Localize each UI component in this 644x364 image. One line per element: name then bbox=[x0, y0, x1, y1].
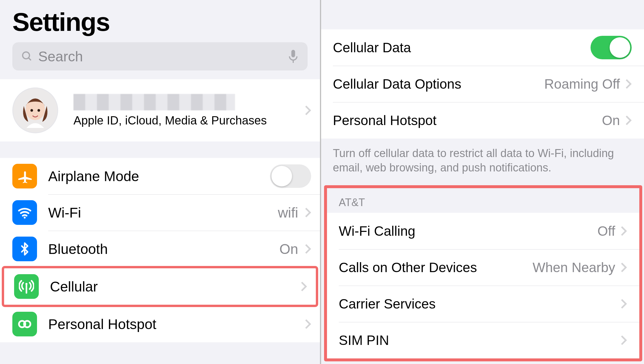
cellular-data-options-label: Cellular Data Options bbox=[333, 76, 544, 92]
apple-id-row[interactable]: Apple ID, iCloud, Media & Purchases bbox=[0, 79, 320, 141]
svg-rect-2 bbox=[291, 50, 295, 57]
microphone-icon[interactable] bbox=[288, 49, 299, 64]
airplane-mode-row[interactable]: Airplane Mode bbox=[0, 158, 320, 194]
cellular-label: Cellular bbox=[50, 279, 299, 295]
personal-hotspot-row[interactable]: Personal Hotspot bbox=[0, 306, 320, 342]
cellular-footer-note: Turn off cellular data to restrict all d… bbox=[321, 139, 644, 185]
calls-on-other-devices-row[interactable]: Calls on Other Devices When Nearby bbox=[327, 249, 639, 286]
svg-point-10 bbox=[26, 283, 28, 285]
svg-point-8 bbox=[24, 217, 26, 219]
cellular-data-label: Cellular Data bbox=[333, 40, 591, 55]
cellular-data-options-row[interactable]: Cellular Data Options Roaming Off bbox=[321, 66, 644, 102]
chevron-right-icon bbox=[301, 281, 307, 292]
chevron-right-icon bbox=[625, 79, 632, 89]
settings-sidebar: Settings Search bbox=[0, 0, 321, 364]
svg-point-6 bbox=[31, 109, 33, 112]
cellular-data-options-value: Roaming Off bbox=[544, 76, 620, 92]
bluetooth-row[interactable]: Bluetooth On bbox=[0, 231, 320, 267]
svg-line-1 bbox=[28, 58, 31, 60]
wifi-calling-row[interactable]: Wi-Fi Calling Off bbox=[327, 213, 639, 249]
account-name-redacted bbox=[73, 94, 235, 110]
personal-hotspot-detail-value: On bbox=[602, 112, 620, 128]
chevron-right-icon bbox=[620, 262, 627, 273]
personal-hotspot-detail-row[interactable]: Personal Hotspot On bbox=[321, 102, 644, 139]
wifi-value: wifi bbox=[278, 205, 298, 221]
sim-pin-label: SIM PIN bbox=[339, 332, 620, 348]
chevron-right-icon bbox=[305, 105, 311, 116]
search-input[interactable]: Search bbox=[12, 42, 308, 70]
hotspot-label: Personal Hotspot bbox=[48, 316, 303, 332]
wifi-calling-label: Wi-Fi Calling bbox=[339, 223, 597, 239]
wifi-calling-value: Off bbox=[597, 223, 615, 239]
chevron-right-icon bbox=[305, 244, 311, 254]
bluetooth-value: On bbox=[279, 241, 298, 257]
carrier-services-row[interactable]: Carrier Services bbox=[327, 286, 639, 322]
bluetooth-label: Bluetooth bbox=[48, 241, 279, 257]
avatar bbox=[12, 87, 58, 133]
wifi-row[interactable]: Wi-Fi wifi bbox=[0, 194, 320, 231]
cellular-data-toggle[interactable] bbox=[591, 36, 632, 59]
airplane-mode-toggle[interactable] bbox=[270, 164, 311, 188]
search-icon bbox=[21, 50, 33, 62]
wifi-icon bbox=[12, 200, 37, 225]
cellular-icon bbox=[14, 274, 39, 299]
calls-other-value: When Nearby bbox=[533, 259, 615, 275]
cellular-data-row[interactable]: Cellular Data bbox=[321, 29, 644, 66]
chevron-right-icon bbox=[620, 226, 627, 236]
hotspot-icon bbox=[12, 312, 37, 336]
account-subtitle: Apple ID, iCloud, Media & Purchases bbox=[73, 114, 303, 127]
calls-other-label: Calls on Other Devices bbox=[339, 259, 533, 275]
cellular-row[interactable]: Cellular bbox=[4, 268, 316, 305]
chevron-right-icon bbox=[620, 299, 627, 309]
search-placeholder: Search bbox=[38, 48, 282, 65]
chevron-right-icon bbox=[305, 319, 311, 329]
cellular-detail-panel: Cellular Data Cellular Data Options Roam… bbox=[321, 0, 644, 364]
chevron-right-icon bbox=[625, 115, 632, 126]
sim-pin-row[interactable]: SIM PIN bbox=[327, 322, 639, 358]
chevron-right-icon bbox=[305, 207, 311, 218]
chevron-right-icon bbox=[620, 335, 627, 346]
personal-hotspot-detail-label: Personal Hotspot bbox=[333, 112, 602, 128]
bluetooth-icon bbox=[12, 237, 37, 261]
page-title: Settings bbox=[0, 0, 320, 42]
airplane-mode-label: Airplane Mode bbox=[48, 168, 270, 184]
highlight-cellular: Cellular bbox=[2, 266, 318, 307]
svg-point-7 bbox=[38, 109, 40, 112]
highlight-carrier-section: AT&T Wi-Fi Calling Off Calls on Other De… bbox=[324, 185, 642, 361]
carrier-services-label: Carrier Services bbox=[339, 296, 620, 312]
carrier-section-header: AT&T bbox=[327, 188, 639, 213]
wifi-label: Wi-Fi bbox=[48, 205, 278, 221]
svg-point-0 bbox=[23, 52, 29, 59]
airplane-icon bbox=[12, 164, 37, 188]
